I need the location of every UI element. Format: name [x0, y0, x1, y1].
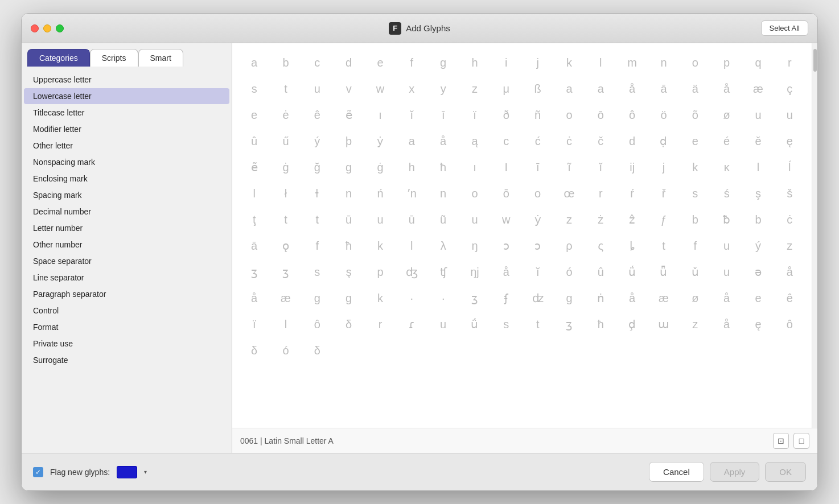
glyph-cell[interactable]: u	[459, 207, 490, 232]
glyph-cell[interactable]: i	[491, 50, 521, 75]
glyph-cell[interactable]: ŕ	[617, 181, 647, 206]
glyph-cell[interactable]: p	[711, 50, 742, 75]
glyph-cell[interactable]: û	[239, 129, 269, 154]
glyph-scrollbar[interactable]	[812, 43, 817, 428]
glyph-cell[interactable]: f	[302, 233, 332, 258]
glyph-cell[interactable]: r	[365, 312, 395, 337]
glyph-cell[interactable]: u	[775, 102, 805, 127]
glyph-cell[interactable]: å	[711, 286, 742, 311]
glyph-cell[interactable]: z	[680, 312, 710, 337]
glyph-cell[interactable]: æ	[270, 286, 301, 311]
glyph-cell[interactable]: Ι	[491, 155, 521, 180]
glyph-cell[interactable]: õ	[680, 102, 710, 127]
glyph-cell[interactable]: ȴ	[617, 233, 647, 258]
minimize-button[interactable]	[43, 24, 51, 32]
glyph-cell[interactable]: ö	[648, 102, 678, 127]
glyph-cell[interactable]: ʒ	[554, 312, 584, 337]
glyph-cell[interactable]: a	[239, 50, 269, 75]
color-swatch[interactable]	[117, 466, 137, 478]
glyph-cell[interactable]: b	[680, 207, 710, 232]
tab-categories[interactable]: Categories	[27, 49, 90, 67]
glyph-cell[interactable]: t	[302, 207, 332, 232]
glyph-cell[interactable]: ǖ	[648, 259, 678, 284]
glyph-cell[interactable]: μ	[491, 76, 521, 101]
glyph-cell[interactable]: ʒ	[239, 259, 269, 284]
glyph-cell[interactable]: ō	[491, 181, 521, 206]
glyph-cell[interactable]: l	[586, 50, 616, 75]
glyph-cell[interactable]: ŋ	[459, 233, 490, 258]
glyph-cell[interactable]: ê	[302, 102, 332, 127]
glyph-cell[interactable]: p	[365, 259, 395, 284]
glyph-cell[interactable]: t	[270, 76, 301, 101]
glyph-cell[interactable]: o	[523, 181, 553, 206]
category-item-paragraph-separator[interactable]: Paragraph separator	[24, 286, 229, 302]
glyph-cell[interactable]: ū	[397, 207, 427, 232]
glyph-cell[interactable]: r	[586, 181, 616, 206]
glyph-cell[interactable]: ħ	[428, 155, 458, 180]
glyph-cell[interactable]: ł	[270, 181, 301, 206]
glyph-cell[interactable]: æ	[743, 76, 773, 101]
category-item-format[interactable]: Format	[24, 319, 229, 335]
glyph-cell[interactable]: ý	[743, 233, 773, 258]
glyph-cell[interactable]: s	[491, 312, 521, 337]
glyph-cell[interactable]: ż	[586, 207, 616, 232]
glyph-cell[interactable]: å	[491, 259, 521, 284]
category-item-space-separator[interactable]: Space separator	[24, 253, 229, 269]
dropdown-arrow-icon[interactable]: ▾	[144, 469, 147, 475]
glyph-cell[interactable]: ô	[775, 312, 805, 337]
ok-button[interactable]: OK	[765, 462, 806, 482]
glyph-cell[interactable]: ·	[397, 286, 427, 311]
size-large-button[interactable]: □	[793, 433, 809, 449]
glyph-cell[interactable]: ẏ	[523, 207, 553, 232]
glyph-cell[interactable]: n	[648, 50, 678, 75]
glyph-cell[interactable]: v	[334, 76, 364, 101]
glyph-cell[interactable]: u	[302, 76, 332, 101]
glyph-cell[interactable]: ƒ	[648, 207, 678, 232]
glyph-cell[interactable]: j	[648, 155, 678, 180]
glyph-cell[interactable]: h	[459, 50, 490, 75]
glyph-cell[interactable]: δ	[334, 312, 364, 337]
tab-scripts[interactable]: Scripts	[90, 49, 138, 67]
glyph-cell[interactable]: ä	[680, 76, 710, 101]
glyph-cell[interactable]: ę	[775, 129, 805, 154]
glyph-cell[interactable]: f	[680, 233, 710, 258]
glyph-cell[interactable]: ř	[648, 181, 678, 206]
glyph-cell[interactable]: ŋj	[459, 259, 490, 284]
glyph-cell[interactable]: s	[680, 181, 710, 206]
close-button[interactable]	[31, 24, 39, 32]
category-item-modifier-letter[interactable]: Modifier letter	[24, 121, 229, 137]
glyph-cell[interactable]: k	[365, 233, 395, 258]
tab-smart[interactable]: Smart	[138, 49, 183, 67]
glyph-cell[interactable]: ʧ	[428, 259, 458, 284]
glyph-cell[interactable]: ĺ	[775, 155, 805, 180]
glyph-cell[interactable]: ʤ	[397, 259, 427, 284]
glyph-cell[interactable]: ı	[459, 155, 490, 180]
glyph-cell[interactable]: ·	[428, 286, 458, 311]
glyph-cell[interactable]: d	[334, 50, 364, 75]
category-item-lowercase-letter[interactable]: Lowercase letter	[24, 88, 229, 104]
glyph-cell[interactable]: c	[491, 129, 521, 154]
glyph-cell[interactable]: ø	[711, 102, 742, 127]
glyph-cell[interactable]: å	[711, 76, 742, 101]
category-item-other-letter[interactable]: Other letter	[24, 138, 229, 154]
category-item-nonspacing-mark[interactable]: Nonspacing mark	[24, 154, 229, 170]
glyph-cell[interactable]: ς	[586, 233, 616, 258]
glyph-cell[interactable]: ī	[428, 102, 458, 127]
glyph-cell[interactable]: κ	[711, 155, 742, 180]
glyph-cell[interactable]: å	[617, 286, 647, 311]
glyph-cell[interactable]: g	[334, 286, 364, 311]
glyph-cell[interactable]: š	[775, 181, 805, 206]
glyph-cell[interactable]: y	[428, 76, 458, 101]
glyph-cell[interactable]: ė	[270, 102, 301, 127]
glyph-cell[interactable]: ʼn	[397, 181, 427, 206]
glyph-cell[interactable]: g	[554, 286, 584, 311]
glyph-cell[interactable]: l	[743, 155, 773, 180]
glyph-cell[interactable]: ā	[239, 233, 269, 258]
glyph-cell[interactable]: ṅ	[586, 286, 616, 311]
glyph-cell[interactable]: h	[397, 155, 427, 180]
glyph-cell[interactable]: ń	[365, 181, 395, 206]
glyph-cell[interactable]: ẏ	[365, 129, 395, 154]
maximize-button[interactable]	[56, 24, 64, 32]
glyph-cell[interactable]: u	[428, 312, 458, 337]
glyph-cell[interactable]: ĭ	[397, 102, 427, 127]
